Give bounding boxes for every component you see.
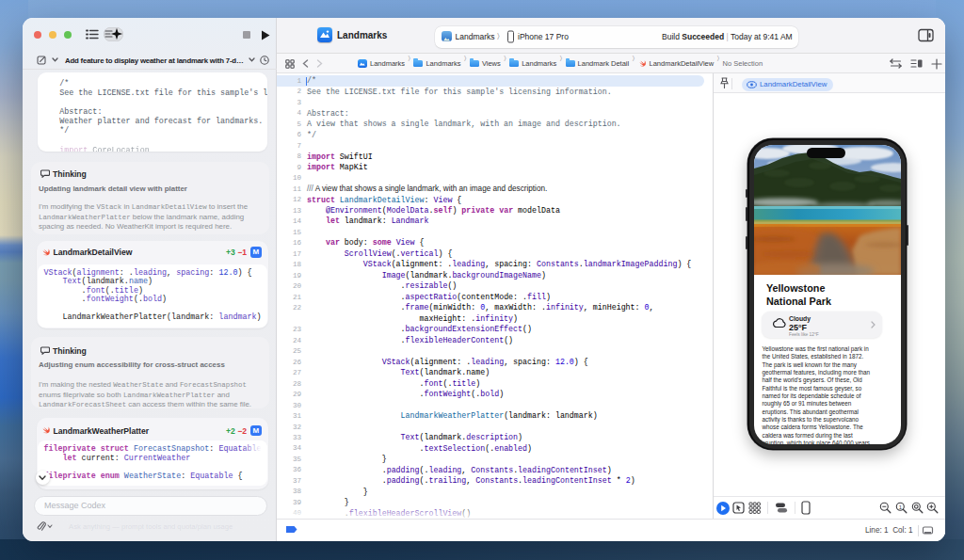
svg-text:1: 1 [899, 504, 903, 510]
